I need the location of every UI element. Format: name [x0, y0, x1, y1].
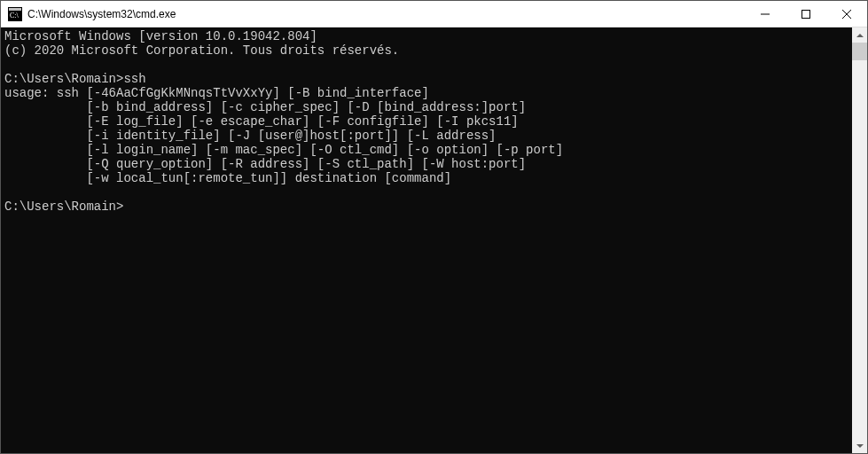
svg-marker-7 — [856, 34, 864, 37]
close-button[interactable] — [826, 1, 867, 27]
console-output[interactable]: Microsoft Windows [version 10.0.19042.80… — [1, 27, 852, 453]
console-area: Microsoft Windows [version 10.0.19042.80… — [1, 27, 867, 453]
window-title: C:\Windows\system32\cmd.exe — [27, 8, 176, 20]
minimize-button[interactable] — [745, 1, 786, 27]
scroll-up-button[interactable] — [852, 27, 867, 43]
window-titlebar[interactable]: C:\ C:\Windows\system32\cmd.exe — [1, 1, 867, 27]
vertical-scrollbar[interactable] — [852, 27, 867, 453]
svg-rect-1 — [9, 8, 21, 11]
maximize-button[interactable] — [786, 1, 826, 27]
scroll-thumb[interactable] — [852, 43, 867, 60]
cmd-icon: C:\ — [8, 7, 22, 21]
svg-marker-8 — [856, 444, 864, 448]
scroll-down-button[interactable] — [852, 438, 867, 453]
svg-text:C:\: C:\ — [10, 12, 20, 20]
svg-rect-4 — [802, 10, 810, 18]
